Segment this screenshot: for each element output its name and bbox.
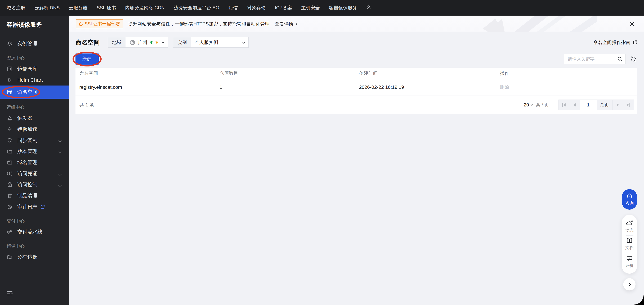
sidebar-item-sync[interactable]: 同步复制 — [0, 135, 69, 146]
banner-close-icon[interactable] — [629, 21, 635, 27]
sidebar-item-label: 镜像加速 — [17, 126, 38, 133]
chevron-down-icon — [162, 40, 164, 44]
sidebar-item-version[interactable]: 版本管理 — [0, 146, 69, 157]
cloud-bell-icon — [626, 220, 633, 226]
nav-cvm[interactable]: 云服务器 — [69, 5, 88, 11]
flame-icon — [79, 22, 83, 26]
sidebar-item-helm-chart[interactable]: Helm Chart — [0, 74, 69, 86]
total-pages-label: /1页 — [597, 100, 613, 110]
cell-namespace: registry.einscat.com — [76, 84, 216, 90]
sidebar-item-accel[interactable]: 镜像加速 — [0, 124, 69, 135]
sidebar-item-domain[interactable]: 域名管理 — [0, 157, 69, 168]
next-page-button[interactable] — [612, 100, 623, 110]
sidebar-item-label: 镜像仓库 — [17, 66, 38, 72]
sidebar-item-trigger[interactable]: 触发器 — [0, 113, 69, 124]
sidebar-item-label: 访问凭证 — [17, 170, 38, 177]
nav-tcr[interactable]: 容器镜像服务 — [329, 5, 357, 11]
sidebar-item-label: 审计日志 — [17, 204, 38, 210]
region-mark-green-icon — [150, 41, 153, 44]
last-page-button[interactable] — [623, 100, 634, 110]
chevron-down-icon — [59, 149, 61, 154]
search-input[interactable] — [564, 54, 626, 64]
toolbar: 新建 — [69, 52, 644, 64]
folder-share-icon — [6, 254, 13, 260]
nav-dns[interactable]: 云解析 DNS — [34, 5, 60, 11]
docs-label: 文档 — [625, 245, 634, 250]
first-page-button[interactable] — [558, 100, 569, 110]
nav-eo[interactable]: 边缘安全加速平台 EO — [174, 5, 219, 11]
main-content: SSL证书一键部署 提升网站安全与信任，一键部署HTTPS加密，支持托管和自动化… — [69, 16, 644, 305]
chevrons-up-icon[interactable] — [367, 6, 370, 10]
sidebar-item-access[interactable]: 访问控制 — [0, 179, 69, 190]
nav-host-security[interactable]: 主机安全 — [301, 5, 320, 11]
feedback-button[interactable]: 评价 — [625, 253, 634, 271]
floating-toolbar: 动态 文档 评价 — [622, 215, 637, 274]
namespace-table-card: 命名空间 仓库数目 创建时间 操作 registry.einscat.com 1… — [76, 68, 638, 114]
namespace-guide-link[interactable]: 命名空间操作指南 — [593, 39, 638, 46]
nav-cdn[interactable]: 内容分发网络 CDN — [125, 5, 165, 11]
external-link-icon — [632, 40, 638, 45]
sidebar-item-public-image[interactable]: 公有镜像 — [0, 252, 69, 262]
current-page-input[interactable]: 1 — [580, 100, 597, 110]
col-header-namespace: 命名空间 — [76, 70, 216, 76]
trigger-icon — [6, 115, 13, 121]
sidebar-item-label: 实例管理 — [17, 40, 38, 47]
promo-banner: SSL证书一键部署 提升网站安全与信任，一键部署HTTPS加密，支持托管和自动化… — [69, 16, 644, 32]
sidebar-item-cleanup[interactable]: 制品清理 — [0, 190, 69, 201]
sidebar-item-label: 命名空间 — [17, 89, 38, 96]
folder-icon — [6, 148, 13, 154]
sidebar-section-image-center: 镜像中心 — [6, 243, 62, 249]
namespace-grid-icon — [6, 89, 13, 95]
sidebar-item-label: 触发器 — [17, 115, 32, 122]
sidebar-section-resource: 资源中心 — [6, 55, 62, 61]
globe-icon — [129, 39, 136, 46]
news-button[interactable]: 动态 — [625, 218, 634, 236]
lightning-icon — [6, 126, 13, 132]
browser-window-icon — [6, 160, 13, 166]
nav-cos[interactable]: 对象存储 — [247, 5, 266, 11]
chevron-down-icon — [242, 40, 245, 44]
refresh-icon[interactable] — [630, 55, 638, 63]
chevron-right-icon — [295, 22, 298, 25]
helm-icon — [6, 77, 13, 83]
nav-sms[interactable]: 短信 — [228, 5, 238, 11]
page-header: 命名空间 地域 广州 实例 个人版实例 命名空间操作指南 — [69, 32, 644, 52]
instance-label: 实例 — [173, 38, 191, 48]
docs-button[interactable]: 文档 — [625, 236, 634, 253]
consult-button[interactable]: 咨询 — [622, 189, 637, 210]
sidebar-menu: 实例管理 资源中心 镜像仓库 Helm Chart 命名空间 运维中心 — [0, 34, 69, 262]
sidebar-item-pipeline[interactable]: 交付流水线 — [0, 226, 69, 238]
chevron-down-icon — [530, 103, 534, 106]
ssl-badge[interactable]: SSL证书一键部署 — [76, 19, 123, 28]
external-link-icon — [40, 204, 45, 209]
banner-detail-link[interactable]: 查看详情 — [275, 21, 297, 27]
delete-action[interactable]: 删除 — [496, 84, 638, 90]
sidebar-item-audit-log[interactable]: 审计日志 — [0, 201, 69, 212]
consult-label: 咨询 — [625, 200, 634, 206]
instance-select[interactable]: 实例 个人版实例 — [173, 37, 248, 48]
sidebar-item-repo[interactable]: 镜像仓库 — [0, 63, 69, 74]
sidebar-item-instance-mgmt[interactable]: 实例管理 — [0, 38, 69, 49]
prev-page-button[interactable] — [569, 100, 580, 110]
pagination: 20 条 / 页 1 /1页 — [524, 100, 634, 110]
nav-icp[interactable]: ICP备案 — [275, 5, 292, 11]
open-book-icon — [626, 238, 633, 244]
nav-domain-registration[interactable]: 域名注册 — [6, 5, 25, 11]
col-header-actions: 操作 — [496, 70, 638, 76]
news-label: 动态 — [625, 228, 634, 233]
nav-ssl[interactable]: SSL 证书 — [97, 5, 116, 11]
region-select[interactable]: 地域 广州 — [108, 37, 168, 48]
collapse-panel-button[interactable] — [623, 278, 636, 290]
sidebar-collapse-icon[interactable] — [6, 290, 13, 296]
page-size-select[interactable]: 20 — [524, 102, 533, 108]
table-header-row: 命名空间 仓库数目 创建时间 操作 — [76, 68, 638, 79]
sidebar: 容器镜像服务 实例管理 资源中心 镜像仓库 Helm Chart 命名空间 — [0, 16, 69, 305]
sync-icon — [6, 137, 13, 144]
headset-icon — [626, 193, 633, 199]
sidebar-item-credential[interactable]: 访问凭证 — [0, 168, 69, 179]
sidebar-item-label: 域名管理 — [17, 159, 38, 166]
chevron-down-icon — [59, 171, 61, 176]
table-footer: 共 1 条 20 条 / 页 1 /1页 — [76, 96, 638, 114]
create-button[interactable]: 新建 — [76, 54, 99, 64]
sidebar-item-namespace[interactable]: 命名空间 — [0, 86, 69, 99]
